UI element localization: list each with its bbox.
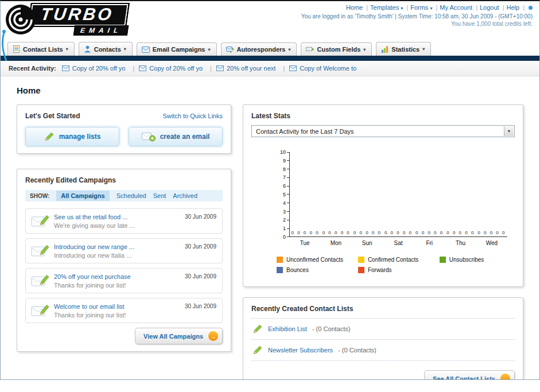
header-right: Home Templates ▾ Forms ▾ My Account Logo… bbox=[301, 4, 533, 27]
create-email-button[interactable]: create an email bbox=[129, 127, 223, 146]
filter-sent[interactable]: Sent bbox=[153, 192, 166, 199]
tab-custom-fields[interactable]: Custom Fields ▾ bbox=[301, 42, 372, 56]
activity-link: Copy of Welcome to bbox=[300, 65, 356, 72]
recent-activity-item[interactable]: 20% off your next bbox=[216, 65, 289, 72]
envelope-icon bbox=[289, 65, 297, 71]
chart-x-label: Sat bbox=[383, 237, 414, 246]
see-all-contact-lists-button[interactable]: See All Contact Lists → bbox=[424, 370, 515, 380]
campaign-date: 30 Jun 2009 bbox=[185, 303, 216, 309]
contact-list-item[interactable]: Newsletter Subscribers - (0 Contacts) bbox=[251, 340, 515, 361]
link-help[interactable]: Help bbox=[507, 4, 520, 11]
chart-y-axis: 109876543210 bbox=[274, 152, 289, 237]
contact-list-count: - (0 Contacts) bbox=[338, 347, 376, 354]
tab-label: Custom Fields bbox=[317, 46, 360, 53]
chart-bar-group: 0 0 0 0 0 bbox=[352, 230, 383, 236]
stats-period-select[interactable]: Contact Activity for the Last 7 Days ▼ bbox=[251, 125, 515, 137]
chart-bar-group: 0 0 0 0 0 bbox=[321, 230, 352, 236]
chart-plot-area: 0 0 0 0 00 0 0 0 00 0 0 0 00 0 0 0 00 0 … bbox=[289, 152, 507, 237]
contact-list-link[interactable]: Exhibition List bbox=[268, 325, 307, 332]
tab-label: Contact Lists bbox=[23, 46, 63, 53]
chevron-down-icon: ▾ bbox=[124, 46, 126, 52]
switch-quick-links-link[interactable]: Switch to Quick Links bbox=[162, 112, 223, 119]
legend-swatch-icon bbox=[277, 257, 283, 263]
decoration-dot bbox=[529, 6, 533, 10]
recent-contact-lists-panel: Recently Created Contact Lists Exhibitio… bbox=[243, 297, 523, 380]
tab-label: Autoresponders bbox=[237, 46, 286, 53]
statistics-icon bbox=[381, 45, 389, 53]
recent-activity-item[interactable]: Copy of Welcome to bbox=[289, 65, 356, 72]
chart-value-labels: 0 0 0 0 0 bbox=[321, 230, 352, 236]
stats-period-value: Contact Activity for the Last 7 Days bbox=[256, 128, 354, 135]
tab-contacts[interactable]: Contacts ▾ bbox=[79, 42, 133, 56]
chart-legend: Unconfirmed ContactsConfirmed ContactsUn… bbox=[277, 257, 523, 277]
logo-line1: TURBO bbox=[28, 3, 130, 27]
tab-autoresponders[interactable]: Autoresponders ▾ bbox=[221, 42, 297, 56]
tab-statistics[interactable]: Statistics ▾ bbox=[376, 42, 431, 56]
manage-lists-button[interactable]: manage lists bbox=[25, 127, 119, 146]
chart-x-label: Sun bbox=[352, 237, 383, 246]
main-navigation: Contact Lists ▾ Contacts ▾ Email Campaig… bbox=[1, 37, 539, 56]
legend-swatch-icon bbox=[440, 257, 446, 263]
chart-bar-group: 0 0 0 0 0 bbox=[445, 230, 476, 236]
select-arrow-icon: ▼ bbox=[504, 126, 514, 136]
legend-item: Forwards bbox=[358, 267, 440, 273]
header: TURBO EMAIL Home Templates ▾ Forms ▾ My … bbox=[1, 1, 539, 37]
legend-item: Bounces bbox=[277, 267, 358, 273]
chart-value-labels: 0 0 0 0 0 bbox=[414, 230, 445, 236]
envelope-icon bbox=[142, 46, 150, 53]
campaign-title-link[interactable]: Introducing our new range ... bbox=[54, 243, 134, 250]
chart-value-labels: 0 0 0 0 0 bbox=[383, 230, 414, 236]
top-links: Home Templates ▾ Forms ▾ My Account Logo… bbox=[301, 4, 533, 11]
campaign-envelope-pencil-icon bbox=[31, 273, 49, 288]
logo-line2: EMAIL bbox=[73, 25, 129, 36]
nav-divider-bar bbox=[1, 56, 539, 61]
contact-list-link[interactable]: Newsletter Subscribers bbox=[268, 347, 333, 354]
chart-x-label: Tue bbox=[289, 237, 320, 246]
campaign-title-link[interactable]: 20% off your next purchase bbox=[54, 273, 131, 280]
chevron-down-icon: ▾ bbox=[422, 46, 425, 52]
link-templates[interactable]: Templates bbox=[370, 4, 399, 11]
chart-bar-group: 0 0 0 0 0 bbox=[414, 230, 445, 236]
tab-label: Statistics bbox=[391, 46, 419, 53]
campaign-row[interactable]: Welcome to our email list Thanks for joi… bbox=[25, 298, 223, 323]
recent-campaigns-panel: Recently Edited Campaigns SHOW: All Camp… bbox=[17, 169, 231, 352]
filter-archived[interactable]: Archived bbox=[173, 192, 197, 199]
tab-contact-lists[interactable]: Contact Lists ▾ bbox=[7, 42, 75, 56]
tab-email-campaigns[interactable]: Email Campaigns ▾ bbox=[137, 42, 217, 56]
chart-bar-groups: 0 0 0 0 00 0 0 0 00 0 0 0 00 0 0 0 00 0 … bbox=[290, 230, 507, 236]
envelope-plus-icon bbox=[142, 131, 156, 142]
latest-stats-panel: Latest Stats Contact Activity for the La… bbox=[243, 104, 523, 287]
chart-bar-group: 0 0 0 0 0 bbox=[290, 230, 321, 236]
recent-activity-item[interactable]: Copy of 20% off yo bbox=[139, 65, 216, 72]
legend-item: Unconfirmed Contacts bbox=[277, 257, 358, 263]
see-all-contact-lists-label: See All Contact Lists bbox=[433, 375, 495, 381]
activity-link: Copy of 20% off yo bbox=[72, 65, 126, 72]
login-info: You are logged in as 'Timothy Smith' | S… bbox=[301, 13, 533, 20]
view-all-campaigns-button[interactable]: View All Campaigns → bbox=[135, 328, 223, 344]
campaign-date: 30 Jun 2009 bbox=[185, 243, 216, 250]
campaign-subtitle: Introducing our new Italia ... bbox=[54, 252, 134, 259]
legend-swatch-icon bbox=[358, 267, 364, 273]
campaign-row[interactable]: 20% off your next purchase Thanks for jo… bbox=[25, 268, 223, 293]
link-logout[interactable]: Logout bbox=[480, 4, 499, 11]
campaign-filter-bar: SHOW: All Campaigns Scheduled Sent Archi… bbox=[25, 190, 223, 201]
campaign-title-link[interactable]: Welcome to our email list bbox=[54, 303, 126, 310]
link-forms[interactable]: Forms bbox=[410, 4, 428, 11]
campaign-row[interactable]: See us at the retail food ... We're givi… bbox=[25, 208, 223, 234]
filter-scheduled[interactable]: Scheduled bbox=[116, 192, 146, 199]
recent-activity-item[interactable]: Copy of 20% off yo bbox=[62, 65, 139, 72]
legend-label: Confirmed Contacts bbox=[368, 257, 418, 263]
campaign-envelope-pencil-icon bbox=[31, 302, 49, 318]
campaign-subtitle: Thanks for joining our list! bbox=[54, 312, 126, 319]
contact-list-item[interactable]: Exhibition List - (0 Contacts) bbox=[251, 319, 515, 340]
chart-bar-group: 0 0 0 0 0 bbox=[476, 230, 507, 236]
link-my-account[interactable]: My Account bbox=[440, 4, 472, 11]
campaign-row[interactable]: Introducing our new range ... Introducin… bbox=[25, 238, 223, 263]
campaign-title-link[interactable]: See us at the retail food ... bbox=[54, 214, 135, 220]
show-label: SHOW: bbox=[30, 193, 49, 199]
chart-x-label: Wed bbox=[476, 237, 507, 246]
filter-all-campaigns[interactable]: All Campaigns bbox=[56, 191, 109, 201]
chart-x-label: Mon bbox=[320, 237, 351, 246]
link-home[interactable]: Home bbox=[346, 4, 363, 11]
credits-remaining: You have 1,000 total credits left. bbox=[301, 21, 533, 27]
